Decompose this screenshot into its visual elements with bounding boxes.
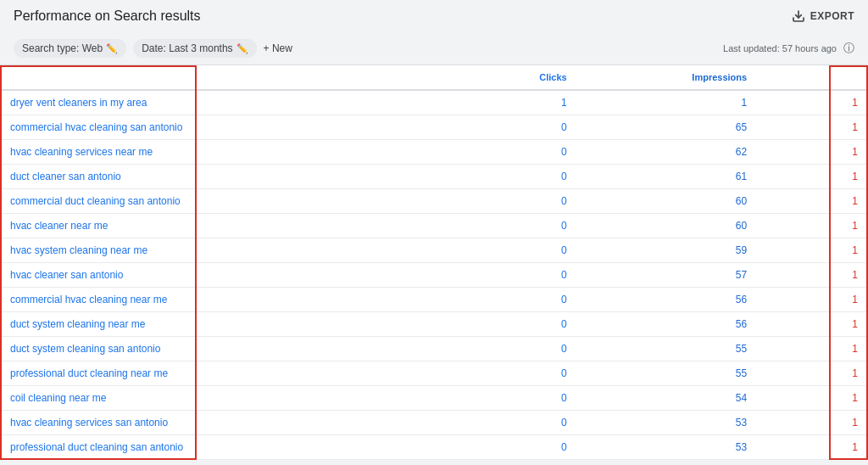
cell-position: 1: [806, 189, 868, 214]
cell-query: duct system cleaning near me: [0, 312, 463, 337]
cell-clicks: 0: [463, 435, 577, 460]
date-filter[interactable]: Date: Last 3 months ✏️: [133, 39, 256, 58]
filter-bar: Search type: Web ✏️ Date: Last 3 months …: [0, 32, 868, 65]
cell-clicks: 0: [463, 263, 577, 288]
cell-ctr: [757, 312, 805, 337]
table-row: dryer vent cleaners in my area111: [0, 90, 868, 115]
table-row: hvac cleaner san antonio0571: [0, 263, 868, 288]
cell-impressions: 60: [577, 214, 757, 238]
table-row: duct system cleaning san antonio0551: [0, 337, 868, 361]
table-row: commercial hvac cleaning near me0561: [0, 288, 868, 312]
cell-position: 1: [806, 214, 868, 238]
cell-impressions: 57: [577, 263, 757, 288]
cell-impressions: 61: [577, 165, 757, 189]
cell-clicks: 0: [463, 115, 577, 140]
cell-clicks: 0: [463, 189, 577, 214]
cell-query: commercial hvac cleaning near me: [0, 288, 463, 312]
cell-position: 1: [806, 435, 868, 460]
top-bar: Performance on Search results EXPORT: [0, 0, 868, 32]
cell-impressions: 53: [577, 411, 757, 435]
cell-ctr: [757, 189, 805, 214]
cell-ctr: [757, 263, 805, 288]
cell-impressions: 55: [577, 361, 757, 386]
cell-ctr: [757, 361, 805, 386]
cell-query: professional duct cleaning san antonio: [0, 435, 463, 460]
results-table: Clicks Impressions dryer vent cleaners i…: [0, 65, 868, 460]
cell-ctr: [757, 90, 805, 115]
table-row: hvac cleaning services san antonio0531: [0, 411, 868, 435]
table-body: dryer vent cleaners in my area111commerc…: [0, 90, 868, 460]
col-header-ctr: [757, 65, 805, 90]
cell-position: 1: [806, 165, 868, 189]
table-row: hvac cleaning services near me0621: [0, 140, 868, 165]
cell-position: 1: [806, 238, 868, 263]
cell-query: hvac cleaning services near me: [0, 140, 463, 165]
cell-position: 1: [806, 337, 868, 361]
table-wrapper: Clicks Impressions dryer vent cleaners i…: [0, 65, 868, 460]
cell-query: hvac cleaner san antonio: [0, 263, 463, 288]
col-header-queries: [0, 65, 463, 90]
cell-impressions: 62: [577, 140, 757, 165]
cell-clicks: 0: [463, 312, 577, 337]
cell-impressions: 60: [577, 189, 757, 214]
table-row: coil cleaning near me0541: [0, 386, 868, 411]
table-row: professional duct cleaning san antonio05…: [0, 435, 868, 460]
cell-impressions: 56: [577, 288, 757, 312]
new-label: + New: [264, 42, 292, 54]
cell-position: 1: [806, 361, 868, 386]
cell-query: duct cleaner san antonio: [0, 165, 463, 189]
col-header-position: [806, 65, 868, 90]
cell-ctr: [757, 238, 805, 263]
cell-query: hvac cleaner near me: [0, 214, 463, 238]
cell-ctr: [757, 386, 805, 411]
cell-query: hvac system cleaning near me: [0, 238, 463, 263]
cell-clicks: 0: [463, 165, 577, 189]
cell-impressions: 56: [577, 312, 757, 337]
date-label: Date: Last 3 months: [142, 42, 232, 54]
search-type-filter[interactable]: Search type: Web ✏️: [14, 39, 126, 58]
cell-ctr: [757, 140, 805, 165]
edit-icon: ✏️: [106, 43, 118, 54]
cell-impressions: 53: [577, 435, 757, 460]
table-row: commercial duct cleaning san antonio0601: [0, 189, 868, 214]
cell-position: 1: [806, 263, 868, 288]
cell-ctr: [757, 115, 805, 140]
cell-position: 1: [806, 386, 868, 411]
table-row: hvac system cleaning near me0591: [0, 238, 868, 263]
table-row: duct system cleaning near me0561: [0, 312, 868, 337]
cell-clicks: 0: [463, 214, 577, 238]
cell-impressions: 54: [577, 386, 757, 411]
cell-clicks: 0: [463, 361, 577, 386]
cell-query: dryer vent cleaners in my area: [0, 90, 463, 115]
download-icon: [792, 9, 805, 23]
cell-clicks: 0: [463, 386, 577, 411]
cell-query: professional duct cleaning near me: [0, 361, 463, 386]
new-button[interactable]: + New: [264, 42, 292, 54]
table-row: hvac cleaner near me0601: [0, 214, 868, 238]
table-header-row: Clicks Impressions: [0, 65, 868, 90]
cell-query: coil cleaning near me: [0, 386, 463, 411]
page-title: Performance on Search results: [14, 8, 201, 24]
cell-impressions: 1: [577, 90, 757, 115]
cell-ctr: [757, 411, 805, 435]
cell-query: commercial duct cleaning san antonio: [0, 189, 463, 214]
table-row: duct cleaner san antonio0611: [0, 165, 868, 189]
cell-ctr: [757, 214, 805, 238]
cell-query: duct system cleaning san antonio: [0, 337, 463, 361]
table-row: professional duct cleaning near me0551: [0, 361, 868, 386]
export-label: EXPORT: [810, 10, 854, 22]
cell-ctr: [757, 288, 805, 312]
export-button[interactable]: EXPORT: [792, 9, 854, 23]
cell-position: 1: [806, 140, 868, 165]
cell-clicks: 0: [463, 238, 577, 263]
col-header-impressions: Impressions: [577, 65, 757, 90]
cell-position: 1: [806, 288, 868, 312]
cell-ctr: [757, 165, 805, 189]
col-header-clicks: Clicks: [463, 65, 577, 90]
cell-clicks: 0: [463, 337, 577, 361]
cell-query: hvac cleaning services san antonio: [0, 411, 463, 435]
cell-clicks: 0: [463, 140, 577, 165]
cell-impressions: 65: [577, 115, 757, 140]
cell-clicks: 0: [463, 288, 577, 312]
cell-position: 1: [806, 115, 868, 140]
